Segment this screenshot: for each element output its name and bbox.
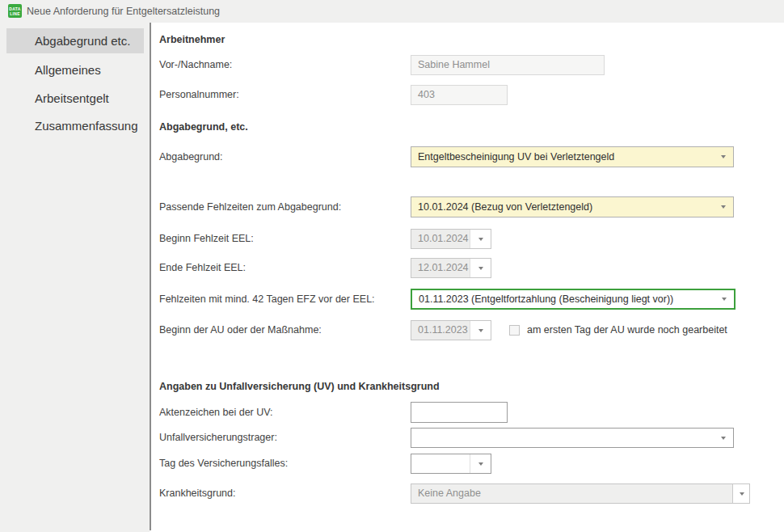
ende-fehlzeit-datepicker: 12.01.2024 <box>411 258 491 278</box>
fehlzeiten-efz-label: Fehlzeiten mit mind. 42 Tagen EFZ vor de… <box>159 289 375 310</box>
date-dropdown-button <box>470 230 491 248</box>
fehlzeiten-efz-value: 01.11.2023 (Entgeltfortzahlung (Beschein… <box>412 290 734 308</box>
abgabegrund-value: Entgeltbescheinigung UV bei Verletztenge… <box>411 147 733 167</box>
aktenzeichen-label: Aktenzeichen bei der UV: <box>159 402 273 423</box>
date-dropdown-button <box>470 259 491 277</box>
dialog-window: DATA LINE Neue Anforderung für Entgelter… <box>0 0 784 532</box>
beginn-au-label: Beginn der AU oder der Maßnahme: <box>159 320 322 340</box>
beginn-fehlzeit-label: Beginn Fehlzeit EEL: <box>159 229 254 249</box>
passende-fehlzeiten-label: Passende Fehlzeiten zum Abgabegrund: <box>159 196 341 217</box>
name-label: Vor-/Nachname: <box>159 55 232 75</box>
date-dropdown-button <box>470 321 491 340</box>
krankheitsgrund-label: Krankheitsgrund: <box>159 483 236 504</box>
chevron-down-icon <box>721 155 726 158</box>
beginn-fehlzeit-datepicker: 10.01.2024 <box>411 229 491 249</box>
chevron-down-icon <box>478 238 483 241</box>
logo-text-bottom: LINE <box>8 11 22 16</box>
beginn-au-datepicker: 01.11.2023 <box>411 320 491 340</box>
personalnummer-field: 403 <box>411 85 508 105</box>
passende-fehlzeiten-combobox[interactable]: 10.01.2024 (Bezug von Verletztengeld) <box>411 196 734 217</box>
krankheitsgrund-combobox: Keine Angabe <box>411 483 750 504</box>
ende-fehlzeit-label: Ende Fehlzeit EEL: <box>159 258 246 278</box>
chevron-down-icon <box>721 205 726 209</box>
tag-versicherungsfall-label: Tag des Versicherungsfalles: <box>159 454 288 474</box>
dropdown-button <box>732 484 749 503</box>
sidebar-item-abgabegrund[interactable]: Abgabegrund etc. <box>6 28 144 53</box>
personalnummer-label: Personalnummer: <box>159 85 239 105</box>
sidebar-item-arbeitsentgelt[interactable]: Arbeitsentgelt <box>6 85 144 112</box>
personalnummer-value: 403 <box>411 86 507 104</box>
uv-traeger-label: Unfallversicherungstrager: <box>159 428 277 448</box>
passende-fehlzeiten-value: 10.01.2024 (Bezug von Verletztengeld) <box>411 197 733 217</box>
window-title: Neue Anforderung für Entgeltersatzleistu… <box>27 0 220 23</box>
krankheitsgrund-value: Keine Angabe <box>411 484 749 503</box>
section-heading-abgabegrund: Abgabegrund, etc. <box>159 121 248 133</box>
name-value: Sabine Hammel <box>411 56 604 74</box>
dataline-logo-icon: DATA LINE <box>8 4 22 18</box>
au-gearbeitet-checkbox <box>509 325 520 336</box>
sidebar-nav: Abgabegrund etc. Allgemeines Arbeitsentg… <box>0 23 150 532</box>
tag-versicherungsfall-datepicker[interactable] <box>411 454 491 474</box>
chevron-down-icon <box>722 298 727 301</box>
fehlzeiten-efz-combobox[interactable]: 01.11.2023 (Entgeltfortzahlung (Beschein… <box>411 289 736 310</box>
chevron-down-icon <box>478 329 483 332</box>
section-heading-uv: Angaben zu Unfallversicherung (UV) und K… <box>159 381 440 392</box>
chevron-down-icon <box>721 437 726 440</box>
abgabegrund-combobox[interactable]: Entgeltbescheinigung UV bei Verletztenge… <box>411 146 734 167</box>
au-gearbeitet-checkbox-label: am ersten Tag der AU wurde noch gearbeit… <box>527 320 727 340</box>
aktenzeichen-input[interactable] <box>411 402 508 423</box>
name-field: Sabine Hammel <box>411 55 605 75</box>
section-heading-arbeitnehmer: Arbeitnehmer <box>159 34 225 45</box>
uv-traeger-combobox[interactable] <box>411 428 734 448</box>
chevron-down-icon <box>478 462 483 466</box>
abgabegrund-label: Abgabegrund: <box>159 146 223 167</box>
title-bar: DATA LINE Neue Anforderung für Entgelter… <box>0 0 784 23</box>
chevron-down-icon <box>478 267 483 270</box>
chevron-down-icon <box>740 492 744 496</box>
form-panel: Arbeitnehmer Vor-/Nachname: Sabine Hamme… <box>151 23 784 532</box>
date-dropdown-button[interactable] <box>470 454 491 473</box>
sidebar-item-zusammenfassung[interactable]: Zusammenfassung <box>6 112 144 139</box>
sidebar-item-allgemeines[interactable]: Allgemeines <box>6 57 144 83</box>
